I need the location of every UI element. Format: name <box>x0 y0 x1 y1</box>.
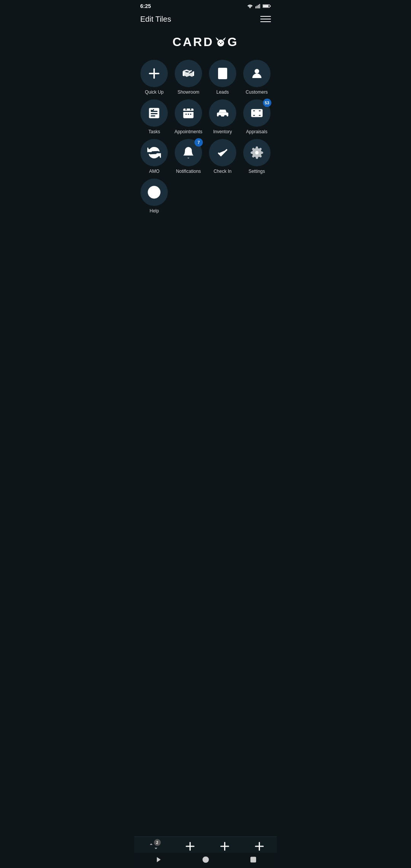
svg-point-7 <box>217 39 224 46</box>
tile-help[interactable]: Help <box>139 179 170 214</box>
svg-point-23 <box>224 115 227 118</box>
tile-icon-wrap-quick-up <box>140 60 168 87</box>
status-time: 6:25 <box>140 3 151 9</box>
tile-label-notifications: Notifications <box>176 169 201 174</box>
tile-icon-wrap-customers <box>243 60 271 87</box>
tile-label-help: Help <box>150 208 159 214</box>
svg-marker-8 <box>215 37 218 40</box>
logo-container: CARD G <box>134 29 277 60</box>
svg-rect-19 <box>188 114 189 115</box>
svg-point-15 <box>255 69 259 73</box>
tile-icon-wrap-inventory <box>209 99 236 127</box>
tile-label-leads: Leads <box>217 89 229 95</box>
tile-icon-wrap-settings <box>243 139 271 166</box>
svg-point-14 <box>221 70 224 73</box>
tile-quick-up[interactable]: Quick Up <box>139 60 170 95</box>
svg-rect-17 <box>183 108 194 118</box>
tile-icon-wrap-appointments <box>175 99 202 127</box>
tile-label-appraisals: Appraisals <box>246 129 268 134</box>
svg-point-25 <box>255 112 258 115</box>
tile-icon-wrap-help <box>140 179 168 206</box>
wifi-icon <box>247 3 253 9</box>
tile-label-quick-up: Quick Up <box>145 89 164 95</box>
tile-appointments[interactable]: Appointments <box>173 99 204 134</box>
svg-marker-9 <box>223 37 226 40</box>
menu-button[interactable] <box>260 14 271 24</box>
svg-rect-5 <box>270 6 271 7</box>
svg-point-22 <box>218 115 221 118</box>
tile-icon-wrap-check-in <box>209 139 236 166</box>
logo: CARD G <box>172 35 238 49</box>
signal-icon <box>255 3 261 9</box>
tile-tasks[interactable]: Tasks <box>139 99 170 134</box>
tile-appraisals[interactable]: 53Appraisals <box>241 99 272 134</box>
svg-point-10 <box>219 41 220 43</box>
tile-label-customers: Customers <box>246 89 268 95</box>
battery-icon <box>263 4 271 8</box>
svg-point-11 <box>221 41 223 43</box>
logo-text-g: G <box>228 35 239 49</box>
tile-label-settings: Settings <box>249 169 265 174</box>
tile-icon-wrap-showroom <box>175 60 202 87</box>
tile-label-tasks: Tasks <box>148 129 160 134</box>
svg-rect-0 <box>255 6 256 8</box>
tile-label-amo: AMO <box>149 169 159 174</box>
edit-tiles-label: Edit Tiles <box>140 15 171 24</box>
logo-dog-icon <box>214 35 228 49</box>
tile-notifications[interactable]: 7Notifications <box>173 139 204 174</box>
tile-icon-wrap-tasks <box>140 99 168 127</box>
tiles-grid: Quick UpShowroomLeadsCustomersTasksAppoi… <box>134 60 277 214</box>
tile-customers[interactable]: Customers <box>241 60 272 95</box>
svg-rect-2 <box>258 5 259 8</box>
top-bar: Edit Tiles <box>134 12 277 29</box>
logo-text: CARD <box>172 35 213 49</box>
svg-rect-6 <box>263 5 269 7</box>
tile-leads[interactable]: Leads <box>207 60 238 95</box>
tile-badge-appraisals: 53 <box>263 99 271 107</box>
tile-icon-wrap-leads <box>209 60 236 87</box>
tile-label-showroom: Showroom <box>177 89 199 95</box>
svg-rect-18 <box>186 114 187 115</box>
tile-label-appointments: Appointments <box>174 129 202 134</box>
svg-rect-20 <box>190 114 191 115</box>
tile-check-in[interactable]: Check In <box>207 139 238 174</box>
svg-point-27 <box>154 195 155 196</box>
tile-settings[interactable]: Settings <box>241 139 272 174</box>
tile-amo[interactable]: AMO <box>139 139 170 174</box>
tile-badge-notifications: 7 <box>194 138 203 147</box>
tile-label-inventory: Inventory <box>213 129 232 134</box>
svg-point-12 <box>220 43 221 44</box>
tile-showroom[interactable]: Showroom <box>173 60 204 95</box>
tile-inventory[interactable]: Inventory <box>207 99 238 134</box>
svg-rect-3 <box>259 4 260 8</box>
tile-icon-wrap-amo <box>140 139 168 166</box>
tile-icon-wrap-appraisals: 53 <box>243 99 271 127</box>
tile-label-check-in: Check In <box>213 169 231 174</box>
tile-icon-wrap-notifications: 7 <box>175 139 202 166</box>
status-icons <box>247 3 271 9</box>
status-bar: 6:25 <box>134 0 277 12</box>
svg-rect-1 <box>256 6 257 8</box>
